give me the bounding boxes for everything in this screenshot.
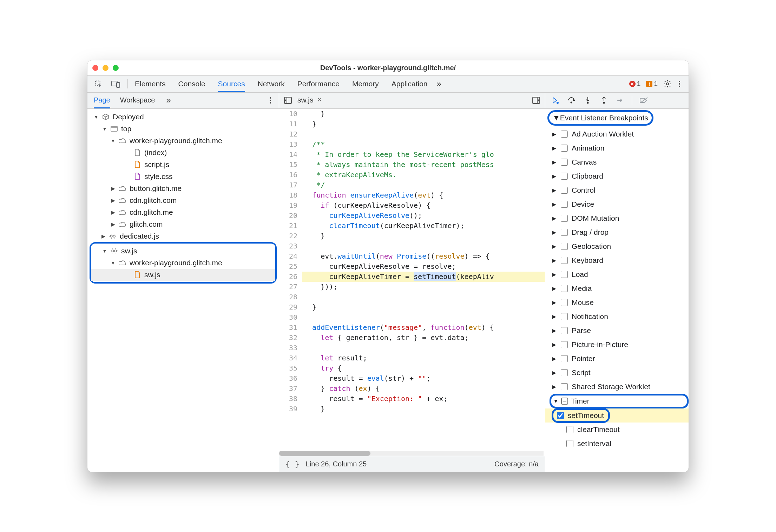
tree-domain-main[interactable]: worker-playground.glitch.me [87,135,279,147]
tree-file-index[interactable]: (index) [87,147,279,159]
nav-more-icon[interactable] [166,95,171,105]
checkbox-icon[interactable] [557,412,564,419]
main-tab-elements[interactable]: Elements [135,76,166,92]
file-tree[interactable]: Deployed top worker-playground.glitch.me… [87,109,279,472]
checkbox-icon[interactable] [561,313,568,320]
code-line-22[interactable]: 22 } [279,231,545,241]
checkbox-icon[interactable] [561,257,568,264]
code-line-38[interactable]: 38 result = "Exception: " + ex; [279,394,545,404]
code-line-25[interactable]: 25 curKeepAliveResolve = resolve; [279,261,545,272]
checkbox-icon[interactable] [561,229,568,236]
code-line-28[interactable]: 28 [279,292,545,302]
code-line-27[interactable]: 27 })); [279,282,545,292]
main-tab-performance[interactable]: Performance [297,76,340,92]
file-tab-swjs[interactable]: sw.js ✕ [293,93,326,108]
evt-category-dom-mutation[interactable]: ▶ DOM Mutation [545,211,689,225]
kebab-menu-icon[interactable] [677,79,682,88]
checkbox-icon[interactable] [566,440,573,447]
evt-category-load[interactable]: ▶ Load [545,267,689,281]
tree-sw-domain[interactable]: worker-playground.glitch.me [91,257,275,269]
code-line-20[interactable]: 20 curKeepAliveResolve(); [279,211,545,221]
evt-category-script[interactable]: ▶ Script [545,366,689,380]
code-line-14[interactable]: 14 * In order to keep the ServiceWorker'… [279,149,545,160]
evt-category-canvas[interactable]: ▶ Canvas [545,155,689,169]
code-line-33[interactable]: 33 [279,343,545,353]
code-line-23[interactable]: 23 [279,241,545,251]
more-tabs-icon[interactable] [436,79,441,89]
nav-tab-page[interactable]: Page [94,93,110,108]
event-listener-breakpoints-header[interactable]: ▼ Event Listener Breakpoints [547,110,653,126]
tree-domain-1[interactable]: cdn.glitch.com [87,194,279,206]
evt-category-device[interactable]: ▶ Device [545,197,689,211]
tree-dedicated[interactable]: dedicated.js [87,230,279,242]
checkbox-icon[interactable] [561,173,568,180]
tree-domain-3[interactable]: glitch.com [87,218,279,230]
toggle-debugger-icon[interactable] [531,97,541,104]
checkbox-icon[interactable] [561,341,568,348]
evt-category-keyboard[interactable]: ▶ Keyboard [545,253,689,267]
close-tab-icon[interactable]: ✕ [317,96,322,104]
settings-icon[interactable] [663,80,672,88]
event-breakpoints-list[interactable]: ▶ Ad Auction Worklet ▶ Animation ▶ Canva… [545,127,689,472]
maximize-icon[interactable] [113,65,119,71]
checkbox-icon[interactable] [561,327,568,334]
checkbox-icon[interactable] [561,383,568,390]
deactivate-breakpoints-icon[interactable] [639,96,648,105]
code-line-12[interactable]: 12 [279,129,545,139]
evt-category-shared-storage-worklet[interactable]: ▶ Shared Storage Worklet [545,380,689,394]
evt-category-ad-auction-worklet[interactable]: ▶ Ad Auction Worklet [545,127,689,141]
code-line-31[interactable]: 31 addEventListener("message", function(… [279,322,545,333]
checkbox-icon[interactable] [561,271,568,278]
tree-sw-file[interactable]: sw.js [91,269,275,281]
evt-category-pointer[interactable]: ▶ Pointer [545,352,689,366]
step-out-icon[interactable] [599,96,609,105]
main-tab-sources[interactable]: Sources [218,76,245,92]
evt-category-timer[interactable]: ▼ Timer [550,394,689,408]
main-tab-application[interactable]: Application [392,76,428,92]
checkbox-icon[interactable] [561,215,568,222]
inspect-element-icon[interactable] [94,80,102,88]
tree-domain-2[interactable]: cdn.glitch.me [87,206,279,218]
code-line-35[interactable]: 35 try { [279,363,545,373]
code-line-30[interactable]: 30 [279,312,545,322]
code-line-26[interactable]: 26 curKeepAliveTimer = setTimeout(keepAl… [279,272,545,282]
checkbox-icon[interactable] [561,355,568,362]
checkbox-icon[interactable] [561,369,568,376]
code-line-15[interactable]: 15 * always maintain the most-recent pos… [279,160,545,170]
checkbox-icon[interactable] [561,187,568,194]
checkbox-icon[interactable] [561,285,568,292]
tree-file-stylecss[interactable]: style.css [87,171,279,182]
tree-top[interactable]: top [87,123,279,135]
code-line-32[interactable]: 32 let { generation, str } = evt.data; [279,333,545,343]
step-over-icon[interactable] [567,96,576,105]
step-icon[interactable] [616,96,625,105]
evt-category-control[interactable]: ▶ Control [545,183,689,197]
evt-item-cleartimeout[interactable]: clearTimeout [545,423,689,437]
checkbox-icon[interactable] [561,131,568,138]
code-line-21[interactable]: 21 clearTimeout(curKeepAliveTimer); [279,221,545,231]
code-line-19[interactable]: 19 if (curKeepAliveResolve) { [279,200,545,211]
evt-item-settimeout[interactable]: setTimeout [545,408,689,423]
checkbox-icon[interactable] [561,299,568,306]
code-line-34[interactable]: 34 let result; [279,353,545,363]
evt-category-notification[interactable]: ▶ Notification [545,310,689,324]
minimize-icon[interactable] [103,65,108,71]
checkbox-icon[interactable] [561,243,568,250]
code-view[interactable]: 10 } 11 } 12 13 /** 14 * In order to kee… [279,109,545,418]
code-line-13[interactable]: 13 /** [279,139,545,149]
code-line-18[interactable]: 18 function ensureKeepAlive(evt) { [279,190,545,200]
code-line-37[interactable]: 37 } catch (ex) { [279,384,545,394]
main-tab-network[interactable]: Network [258,76,285,92]
code-line-29[interactable]: 29 } [279,302,545,312]
code-line-39[interactable]: 39 } [279,404,545,414]
horizontal-scrollbar[interactable] [279,451,544,456]
evt-category-animation[interactable]: ▶ Animation [545,141,689,155]
evt-category-media[interactable]: ▶ Media [545,281,689,295]
error-badge[interactable]: ✕ 1 [629,80,641,88]
checkbox-icon[interactable] [561,159,568,166]
device-toolbar-icon[interactable] [111,80,120,88]
code-line-24[interactable]: 24 evt.waitUntil(new Promise((resolve) =… [279,251,545,261]
code-line-16[interactable]: 16 * extraKeepAliveMs. [279,170,545,180]
code-line-10[interactable]: 10 } [279,109,545,119]
evt-category-drag-drop[interactable]: ▶ Drag / drop [545,225,689,239]
